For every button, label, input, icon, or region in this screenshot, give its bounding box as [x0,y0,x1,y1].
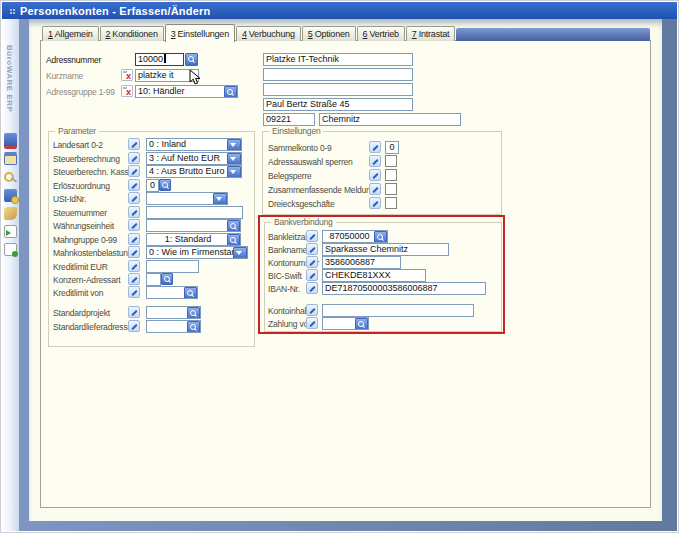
iban-input[interactable]: DE71870500003586006887 [322,282,486,295]
clear-adressgruppe-icon[interactable] [121,85,133,97]
erloeszuordnung-input[interactable]: 0 [146,179,159,192]
document-export-icon[interactable] [4,225,17,238]
lookup-icon[interactable] [227,220,240,232]
adressnummer-lookup-button[interactable] [185,53,198,66]
calculator-icon[interactable] [4,133,17,149]
chevron-down-icon[interactable] [233,247,247,259]
edit-icon[interactable] [369,141,381,153]
tab-verbuchung[interactable]: 4Verbuchung [236,26,301,41]
edit-icon[interactable] [128,260,140,272]
edit-icon[interactable] [128,273,140,285]
erloeszuordnung-lookup-button[interactable] [159,179,171,191]
key-icon[interactable] [4,171,17,184]
landesart-select[interactable]: 0 : Inland [146,138,242,151]
edit-icon[interactable] [128,246,140,258]
kontoinhaber-input[interactable] [322,304,474,317]
edit-icon[interactable] [128,233,140,245]
tab-vertrieb[interactable]: 6Vertrieb [357,26,405,41]
edit-icon[interactable] [128,192,140,204]
payment-hand-icon[interactable] [4,207,17,220]
label-landesart: Landesart 0-2 [53,140,103,150]
konzern-adressart-lookup-button[interactable] [161,273,173,285]
steuerberechnung-select[interactable]: 3 : Auf Netto EUR [146,152,242,165]
chevron-down-icon[interactable] [227,139,241,151]
edit-icon[interactable] [128,138,140,150]
lookup-icon[interactable] [187,307,200,319]
edit-icon[interactable] [128,179,140,191]
edit-icon[interactable] [128,206,140,218]
name2-input[interactable] [263,68,413,81]
chevron-down-icon[interactable] [227,153,241,165]
konzern-adressart-input[interactable] [146,273,161,286]
chevron-down-icon[interactable] [227,166,241,178]
bic-swift-input[interactable]: CHEKDE81XXX [322,269,426,282]
lookup-icon[interactable] [184,287,197,299]
edit-icon[interactable] [306,304,318,316]
edit-icon[interactable] [306,256,318,268]
tab-konditionen[interactable]: 2Konditionen [100,26,164,41]
tab-intrastat[interactable]: 7Intrastat [406,26,456,41]
kontonummer-input[interactable]: 3586006887 [322,256,401,269]
kreditlimit-eur-input[interactable] [146,260,199,273]
label-belegsperre: Belegsperre [268,171,312,181]
waehrungseinheit-input[interactable] [146,219,241,232]
edit-icon[interactable] [369,155,381,167]
edit-icon[interactable] [128,219,140,231]
belegsperre-checkbox[interactable] [385,169,397,181]
edit-icon[interactable] [128,306,140,318]
label-iban-nr: IBAN-Nr. [268,284,300,294]
cash-register-icon[interactable] [4,189,17,202]
edit-icon[interactable] [369,169,381,181]
tab-einstellungen[interactable]: 3Einstellungen [165,24,235,42]
tab-allgemein[interactable]: 1Allgemein [42,26,99,41]
document-new-icon[interactable] [4,243,17,256]
ort-input[interactable]: Chemnitz [319,113,461,126]
adressnummer-input[interactable]: 10000 [135,53,184,66]
bankname-input[interactable]: Sparkasse Chemnitz [322,243,449,256]
edit-icon[interactable] [128,320,140,332]
strasse-input[interactable]: Paul Bertz Straße 45 [263,98,413,111]
tab-optionen[interactable]: 5Optionen [302,26,356,41]
edit-icon[interactable] [128,286,140,298]
edit-icon[interactable] [306,282,318,294]
drag-handle-icon[interactable] [10,9,12,11]
label-waehrungseinheit: Währungseinheit [53,221,114,231]
sammelkonto-input[interactable]: 0 [385,141,399,154]
steuernummer-input[interactable] [146,206,243,219]
edit-icon[interactable] [369,197,381,209]
adressauswahl-sperren-checkbox[interactable] [385,155,397,167]
edit-icon[interactable] [128,165,140,177]
mahnkostenbelastung-select[interactable]: 0 : Wie im Firmenstamm eing [146,246,248,259]
clear-kurzname-icon[interactable] [121,69,133,81]
edit-icon[interactable] [128,152,140,164]
edit-icon[interactable] [306,317,318,329]
steuerberechn-kasse-select[interactable]: 4 : Aus Brutto Euro [146,165,242,178]
window-titlebar[interactable]: Personenkonten - Erfassen/Ändern [2,2,677,19]
dreiecksgeschaefte-checkbox[interactable] [385,197,397,209]
plz-input[interactable]: 09221 [263,113,315,126]
lookup-icon[interactable] [374,231,387,243]
kreditlimit-von-input[interactable] [146,286,198,299]
lookup-icon[interactable] [355,318,368,330]
bankleitzahl-input[interactable]: 87050000 [322,230,388,243]
name3-input[interactable] [263,83,413,96]
edit-icon[interactable] [369,183,381,195]
window-icon[interactable] [4,152,17,165]
edit-icon[interactable] [306,230,318,242]
label-mahngruppe: Mahngruppe 0-99 [53,235,117,245]
adressgruppe-lookup-button[interactable] [224,86,237,98]
edit-icon[interactable] [306,243,318,255]
standardlieferadresse-input[interactable] [146,320,201,333]
lookup-icon[interactable] [227,234,240,246]
lookup-icon[interactable] [187,321,200,333]
ust-idnr-select[interactable] [146,192,228,205]
adressgruppe-input[interactable]: 10: Händler [135,85,238,98]
zahlung-von-input[interactable] [322,317,369,330]
zusammenfassende-meldung-checkbox[interactable] [385,183,397,195]
edit-icon[interactable] [306,269,318,281]
mahngruppe-input[interactable]: 1: Standard [146,233,241,246]
kurzname-input[interactable]: platzke it [135,69,199,82]
name1-input[interactable]: Platzke IT-Technik [263,53,413,66]
standardprojekt-input[interactable] [146,306,201,319]
chevron-down-icon[interactable] [213,193,227,205]
